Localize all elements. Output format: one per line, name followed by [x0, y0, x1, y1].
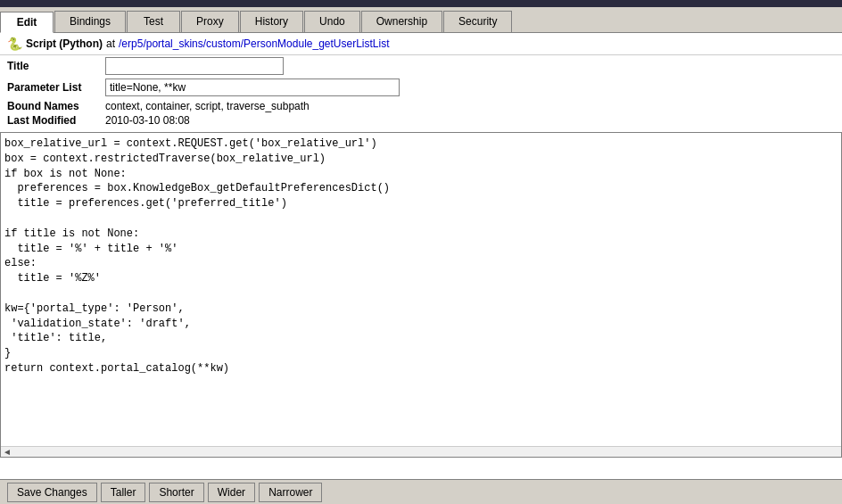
tab-bar: Edit Bindings Test Proxy History Undo Ow…: [0, 7, 842, 33]
script-at: at: [106, 37, 115, 50]
bound-label: Bound Names: [7, 100, 105, 112]
code-area-wrapper: box_relative_url = context.REQUEST.get('…: [0, 132, 842, 458]
narrower-button[interactable]: Narrower: [259, 483, 322, 502]
modified-row: Last Modified 2010-03-10 08:08: [7, 114, 835, 127]
content-area: 🐍 Script (Python) at /erp5/portal_skins/…: [0, 33, 842, 504]
tab-edit[interactable]: Edit: [0, 12, 54, 33]
taller-button[interactable]: Taller: [101, 483, 146, 502]
info-table: Title Parameter List Bound Names context…: [0, 55, 842, 132]
shorter-button[interactable]: Shorter: [149, 483, 203, 502]
script-icon: 🐍: [7, 37, 22, 51]
breadcrumb-portal-skins[interactable]: /portal_skins: [143, 37, 202, 50]
param-label: Parameter List: [7, 81, 105, 94]
modified-value: 2010-03-10 08:08: [105, 114, 190, 127]
header-bar: [0, 0, 842, 7]
param-row: Parameter List: [7, 78, 835, 96]
bound-row: Bound Names context, container, script, …: [7, 100, 835, 112]
tab-bindings[interactable]: Bindings: [54, 11, 126, 32]
code-editor[interactable]: box_relative_url = context.REQUEST.get('…: [1, 133, 841, 457]
breadcrumb-custom[interactable]: /custom: [203, 37, 241, 50]
tab-ownership[interactable]: Ownership: [361, 11, 442, 32]
tab-security[interactable]: Security: [443, 11, 512, 32]
title-row: Title: [7, 57, 835, 75]
title-input[interactable]: [105, 57, 284, 75]
page-wrapper: Edit Bindings Test Proxy History Undo Ow…: [0, 0, 842, 504]
title-label: Title: [7, 60, 105, 72]
breadcrumb-erp5[interactable]: /erp5: [119, 37, 143, 50]
breadcrumb-script-name[interactable]: /PersonModule_getUserListList: [241, 37, 390, 50]
scroll-left-icon[interactable]: ◄: [3, 447, 12, 457]
tab-proxy[interactable]: Proxy: [181, 11, 239, 32]
bound-value: context, container, script, traverse_sub…: [105, 100, 310, 112]
tab-history[interactable]: History: [240, 11, 303, 32]
tab-test[interactable]: Test: [127, 11, 180, 32]
bottom-bar: Save Changes Taller Shorter Wider Narrow…: [0, 479, 842, 504]
tab-undo[interactable]: Undo: [304, 11, 360, 32]
scrollbar-area: ◄: [1, 446, 841, 457]
param-input[interactable]: [105, 78, 400, 96]
save-changes-button[interactable]: Save Changes: [7, 483, 97, 502]
wider-button[interactable]: Wider: [208, 483, 255, 502]
modified-label: Last Modified: [7, 114, 105, 127]
script-header: 🐍 Script (Python) at /erp5/portal_skins/…: [0, 33, 842, 55]
breadcrumb-path: /erp5/portal_skins/custom/PersonModule_g…: [119, 37, 390, 50]
script-type-label: Script (Python): [26, 37, 103, 50]
